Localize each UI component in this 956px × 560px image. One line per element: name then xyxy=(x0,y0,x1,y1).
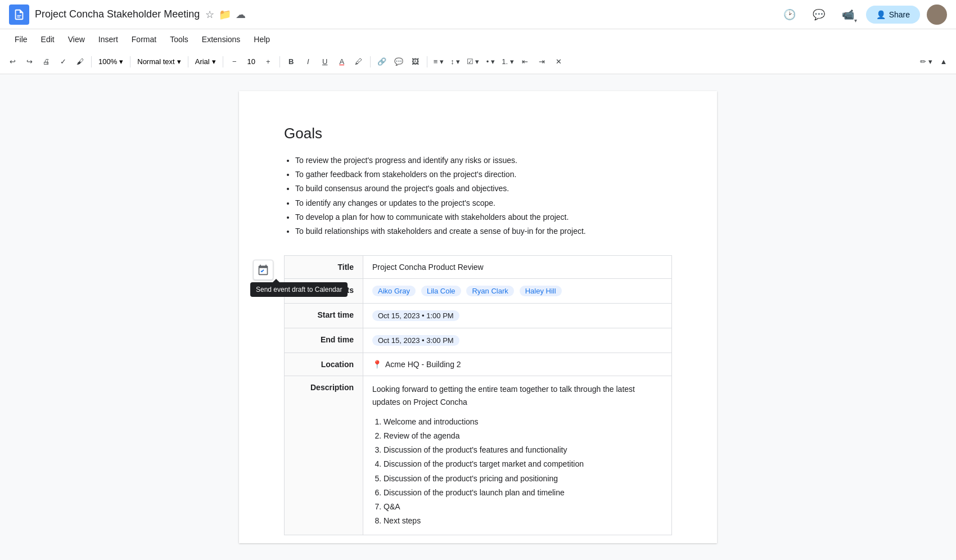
menu-bar: File Edit View Insert Format Tools Exten… xyxy=(0,29,956,49)
highlight-button[interactable]: 🖊 xyxy=(351,54,367,70)
list-item: To gather feedback from stakeholders on … xyxy=(295,168,672,182)
image-button[interactable]: 🖼 xyxy=(408,54,423,70)
menu-view[interactable]: View xyxy=(62,33,91,46)
send-to-calendar-button[interactable] xyxy=(253,260,273,280)
list-item: To build relationships with stakeholders… xyxy=(295,224,672,238)
location-value: Acme HQ - Building 2 xyxy=(385,360,461,369)
document-title: Project Concha Stakeholder Meeting xyxy=(35,8,200,20)
link-button[interactable]: 🔗 xyxy=(374,54,390,70)
guest-chip: Lila Cole xyxy=(421,286,461,296)
menu-help[interactable]: Help xyxy=(248,33,276,46)
menu-file[interactable]: File xyxy=(9,33,33,46)
document: Goals To review the project's progress a… xyxy=(239,91,717,543)
table-label: Description xyxy=(285,376,363,535)
underline-button[interactable]: U xyxy=(317,54,333,70)
toolbar: ↩ ↪ 🖨 ✓ 🖌 100% ▾ Normal text ▾ Arial ▾ −… xyxy=(0,49,956,74)
star-icon[interactable]: ☆ xyxy=(205,8,214,21)
title-icons: ☆ 📁 ☁ xyxy=(205,8,246,21)
comments-icon[interactable]: 💬 xyxy=(808,3,830,26)
table-row: Title Project Concha Product Review xyxy=(285,256,672,279)
event-table: Title Project Concha Product Review Gues… xyxy=(284,255,672,535)
paint-format-button[interactable]: 🖌 xyxy=(72,54,88,70)
menu-insert[interactable]: Insert xyxy=(93,33,124,46)
list-item: To develop a plan for how to communicate… xyxy=(295,210,672,224)
redo-button[interactable]: ↪ xyxy=(21,54,37,70)
location-content: 📍 Acme HQ - Building 2 xyxy=(372,360,662,369)
location-pin-icon: 📍 xyxy=(372,360,382,369)
table-location-cell: 📍 Acme HQ - Building 2 xyxy=(363,353,672,376)
meet-icon[interactable]: 📹 ▾ xyxy=(837,3,859,26)
collapse-toolbar-button[interactable]: ▲ xyxy=(936,54,952,70)
font-size-control: − 10 + xyxy=(227,54,276,70)
share-button[interactable]: 👤 Share xyxy=(866,6,920,24)
font-size-increase[interactable]: + xyxy=(260,54,276,70)
title-bar: Project Concha Stakeholder Meeting ☆ 📁 ☁… xyxy=(0,0,956,29)
editing-mode-button[interactable]: ✏ ▾ xyxy=(918,54,935,70)
separator-5 xyxy=(279,56,280,67)
bullet-list-button[interactable]: • ▾ xyxy=(482,54,498,70)
description-intro: Looking forward to getting the entire te… xyxy=(372,383,662,408)
avatar[interactable] xyxy=(927,4,947,25)
chevron-down-icon: ▾ xyxy=(212,57,216,66)
cloud-icon[interactable]: ☁ xyxy=(236,8,246,21)
menu-format[interactable]: Format xyxy=(126,33,162,46)
guest-chip: Haley Hill xyxy=(520,286,562,296)
zoom-select[interactable]: 100% ▾ xyxy=(95,54,127,70)
table-value: Oct 15, 2023 • 3:00 PM xyxy=(363,328,672,353)
table-label: Start time xyxy=(285,304,363,328)
print-button[interactable]: 🖨 xyxy=(38,54,54,70)
comment-button[interactable]: 💬 xyxy=(391,54,407,70)
increase-indent-button[interactable]: ⇥ xyxy=(534,54,550,70)
separator-6 xyxy=(370,56,371,67)
bold-button[interactable]: B xyxy=(283,54,299,70)
table-value: Oct 15, 2023 • 1:00 PM xyxy=(363,304,672,328)
font-select[interactable]: Arial ▾ xyxy=(192,54,219,70)
font-size-value: 10 xyxy=(243,57,259,66)
folder-icon[interactable]: 📁 xyxy=(219,8,231,21)
tooltip: Send event draft to Calendar xyxy=(250,282,348,297)
menu-edit[interactable]: Edit xyxy=(35,33,60,46)
table-row: Description Looking forward to getting t… xyxy=(285,376,672,535)
table-label: Title xyxy=(285,256,363,279)
docs-app-icon xyxy=(9,4,29,25)
italic-button[interactable]: I xyxy=(300,54,316,70)
font-size-decrease[interactable]: − xyxy=(227,54,242,70)
svg-rect-1 xyxy=(17,16,20,17)
table-description-cell: Looking forward to getting the entire te… xyxy=(363,376,672,535)
spell-check-button[interactable]: ✓ xyxy=(55,54,71,70)
table-guests-cell: Aiko Gray Lila Cole Ryan Clark Haley Hil… xyxy=(363,279,672,304)
list-item: Q&A xyxy=(384,500,662,514)
decrease-indent-button[interactable]: ⇤ xyxy=(517,54,533,70)
separator-4 xyxy=(223,56,223,67)
chevron-down-icon: ▾ xyxy=(119,57,123,66)
text-color-button[interactable]: A xyxy=(334,54,350,70)
align-button[interactable]: ≡ ▾ xyxy=(431,54,447,70)
document-area: Goals To review the project's progress a… xyxy=(0,74,956,560)
start-time-chip: Oct 15, 2023 • 1:00 PM xyxy=(372,310,459,321)
table-label: Location xyxy=(285,353,363,376)
goals-list: To review the project's progress and ide… xyxy=(284,153,672,238)
clear-formatting-button[interactable]: ✕ xyxy=(551,54,567,70)
menu-tools[interactable]: Tools xyxy=(164,33,194,46)
checklist-button[interactable]: ☑ ▾ xyxy=(465,54,482,70)
list-item: Discussion of the product's pricing and … xyxy=(384,472,662,486)
table-row: End time Oct 15, 2023 • 3:00 PM xyxy=(285,328,672,353)
undo-button[interactable]: ↩ xyxy=(4,54,20,70)
list-item: To build consensus around the project's … xyxy=(295,182,672,196)
separator-7 xyxy=(427,56,427,67)
list-item: Discussion of the product's target marke… xyxy=(384,457,662,471)
line-spacing-button[interactable]: ↕ ▾ xyxy=(448,54,463,70)
description-list: Welcome and introductions Review of the … xyxy=(372,415,662,529)
menu-extensions[interactable]: Extensions xyxy=(196,33,246,46)
list-item: Next steps xyxy=(384,514,662,528)
table-row: Start time Oct 15, 2023 • 1:00 PM xyxy=(285,304,672,328)
text-style-select[interactable]: Normal text ▾ xyxy=(134,54,184,70)
list-item: Discussion of the product's features and… xyxy=(384,443,662,457)
numbered-list-button[interactable]: 1. ▾ xyxy=(499,54,516,70)
table-value: Project Concha Product Review xyxy=(363,256,672,279)
calendar-chip-area: Send event draft to Calendar Title Proje… xyxy=(284,255,672,535)
chevron-down-icon: ▾ xyxy=(177,57,181,66)
separator-1 xyxy=(91,56,92,67)
list-item: To review the project's progress and ide… xyxy=(295,153,672,168)
history-icon[interactable]: 🕑 xyxy=(778,3,801,26)
